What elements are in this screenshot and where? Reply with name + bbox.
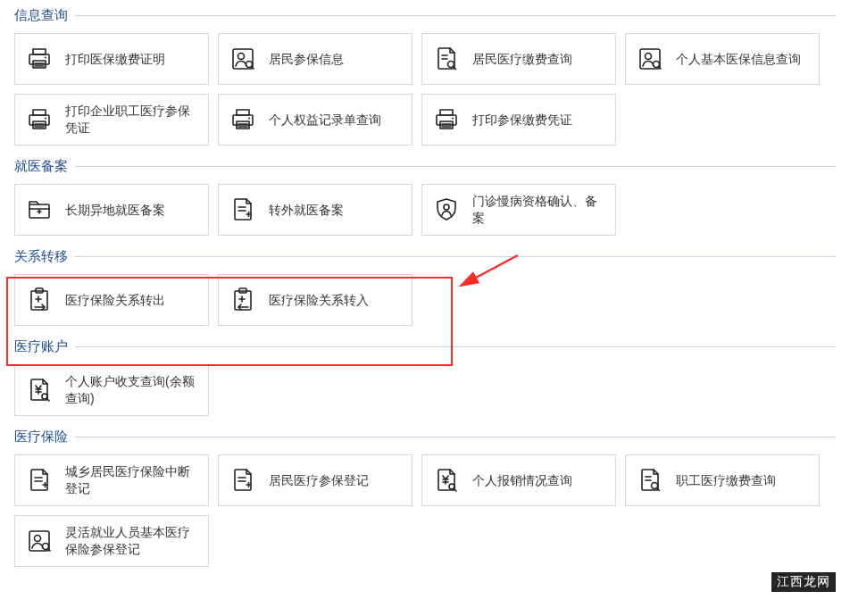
divider-line: [75, 437, 836, 437]
doc-search-icon: [431, 44, 462, 74]
person-search-icon: [24, 526, 54, 556]
card-label: 灵活就业人员基本医疗保险参保登记: [65, 524, 199, 558]
clipboard-in-icon: [228, 285, 258, 315]
section-header: 关系转移: [14, 248, 836, 265]
card-grid: 打印医保缴费证明居民参保信息居民医疗缴费查询个人基本医保信息查询打印企业职工医疗…: [14, 33, 836, 146]
watermark: 江西龙网: [771, 572, 836, 592]
svg-rect-18: [33, 110, 46, 115]
svg-point-44: [444, 204, 449, 210]
card-resident-reg[interactable]: 居民医疗参保登记: [218, 454, 412, 506]
card-print-voucher[interactable]: 打印参保缴费凭证: [421, 94, 616, 146]
card-label: 门诊慢病资格确认、备案: [472, 193, 606, 227]
shield-user-icon: [431, 195, 462, 225]
folder-icon: [24, 195, 54, 225]
card-label: 转外就医备案: [269, 202, 344, 219]
section-medical-record: 就医备案长期异地就医备案转外就医备案门诊慢病资格确认、备案: [14, 158, 836, 236]
section-medical-account: 医疗账户个人账户收支查询(余额查询): [14, 338, 836, 416]
svg-rect-30: [440, 110, 453, 115]
card-flexible-reg[interactable]: 灵活就业人员基本医疗保险参保登记: [14, 515, 209, 567]
section-title: 医疗账户: [14, 338, 75, 355]
person-search-icon: [635, 44, 665, 74]
card-med-transfer-out[interactable]: 医疗保险关系转出: [14, 274, 209, 326]
section-header: 就医备案: [14, 158, 836, 175]
card-employee-pay[interactable]: 职工医疗缴费查询: [625, 454, 820, 506]
card-label: 个人基本医保信息查询: [676, 51, 801, 68]
card-label: 医疗保险关系转出: [65, 292, 165, 309]
card-chronic-confirm[interactable]: 门诊慢病资格确认、备案: [421, 184, 616, 236]
doc-search-icon: [635, 465, 665, 495]
card-grid: 个人账户收支查询(余额查询): [14, 364, 836, 416]
divider-line: [75, 15, 836, 16]
svg-point-7: [238, 54, 245, 60]
card-label: 居民参保信息: [269, 51, 344, 68]
svg-point-35: [452, 118, 454, 120]
card-print-proof[interactable]: 打印医保缴费证明: [14, 33, 209, 85]
card-personal-rights[interactable]: 个人权益记录单查询: [218, 94, 412, 146]
card-med-transfer-in[interactable]: 医疗保险关系转入: [218, 274, 412, 326]
section-title: 就医备案: [14, 158, 75, 175]
doc-add-icon: [228, 465, 258, 495]
svg-point-23: [45, 118, 46, 120]
printer-icon: [24, 104, 54, 135]
doc-add-icon: [24, 465, 54, 495]
svg-point-5: [45, 57, 46, 59]
doc-yen-search-icon: [431, 465, 462, 495]
card-grid: 长期异地就医备案转外就医备案门诊慢病资格确认、备案: [14, 184, 836, 236]
divider-line: [75, 256, 836, 257]
svg-point-15: [646, 54, 652, 60]
svg-rect-24: [237, 110, 249, 115]
card-print-enterprise[interactable]: 打印企业职工医疗参保凭证: [14, 94, 209, 146]
card-label: 打印医保缴费证明: [65, 51, 165, 68]
card-label: 居民医疗参保登记: [269, 472, 369, 489]
svg-point-29: [248, 118, 250, 120]
section-title: 关系转移: [14, 248, 75, 265]
card-label: 城乡居民医疗保险中断登记: [65, 463, 199, 497]
section-relation-transfer: 关系转移医疗保险关系转出医疗保险关系转入: [14, 248, 836, 326]
card-grid: 医疗保险关系转出医疗保险关系转入: [14, 274, 836, 326]
card-label: 长期异地就医备案: [65, 202, 165, 219]
clipboard-out-icon: [24, 285, 54, 315]
card-urban-interrupt[interactable]: 城乡居民医疗保险中断登记: [14, 454, 209, 506]
doc-add-icon: [228, 195, 258, 225]
card-label: 打印参保缴费凭证: [472, 112, 572, 129]
section-header: 医疗账户: [14, 338, 836, 355]
section-info-query: 信息查询打印医保缴费证明居民参保信息居民医疗缴费查询个人基本医保信息查询打印企业…: [14, 7, 836, 146]
card-label: 打印企业职工医疗参保凭证: [65, 103, 199, 137]
divider-line: [75, 166, 836, 167]
printer-icon: [228, 104, 258, 135]
person-search-icon: [228, 44, 258, 74]
card-label: 职工医疗缴费查询: [676, 472, 776, 489]
section-medical-insurance: 医疗保险城乡居民医疗保险中断登记居民医疗参保登记个人报销情况查询职工医疗缴费查询…: [14, 429, 836, 567]
card-label: 个人报销情况查询: [472, 472, 572, 489]
card-longterm-offsite[interactable]: 长期异地就医备案: [14, 184, 209, 236]
card-label: 个人账户收支查询(余额查询): [65, 373, 199, 407]
section-title: 信息查询: [14, 7, 75, 24]
printer-icon: [431, 104, 462, 135]
doc-yen-search-icon: [24, 375, 54, 405]
svg-point-72: [35, 536, 41, 542]
section-header: 医疗保险: [14, 429, 836, 445]
card-transfer-out-rec[interactable]: 转外就医备案: [218, 184, 412, 236]
divider-line: [75, 346, 836, 347]
card-personal-basic[interactable]: 个人基本医保信息查询: [625, 33, 820, 85]
section-header: 信息查询: [14, 7, 836, 24]
card-resident-pay[interactable]: 居民医疗缴费查询: [421, 33, 616, 85]
card-resident-insure[interactable]: 居民参保信息: [218, 33, 412, 85]
card-personal-claim[interactable]: 个人报销情况查询: [421, 454, 616, 506]
card-account-balance[interactable]: 个人账户收支查询(余额查询): [14, 364, 209, 416]
card-label: 个人权益记录单查询: [269, 112, 381, 129]
card-grid: 城乡居民医疗保险中断登记居民医疗参保登记个人报销情况查询职工医疗缴费查询灵活就业…: [14, 454, 836, 567]
printer-icon: [24, 44, 54, 74]
section-title: 医疗保险: [14, 429, 75, 445]
svg-rect-0: [33, 49, 46, 54]
card-label: 居民医疗缴费查询: [472, 51, 572, 68]
card-label: 医疗保险关系转入: [269, 292, 369, 309]
